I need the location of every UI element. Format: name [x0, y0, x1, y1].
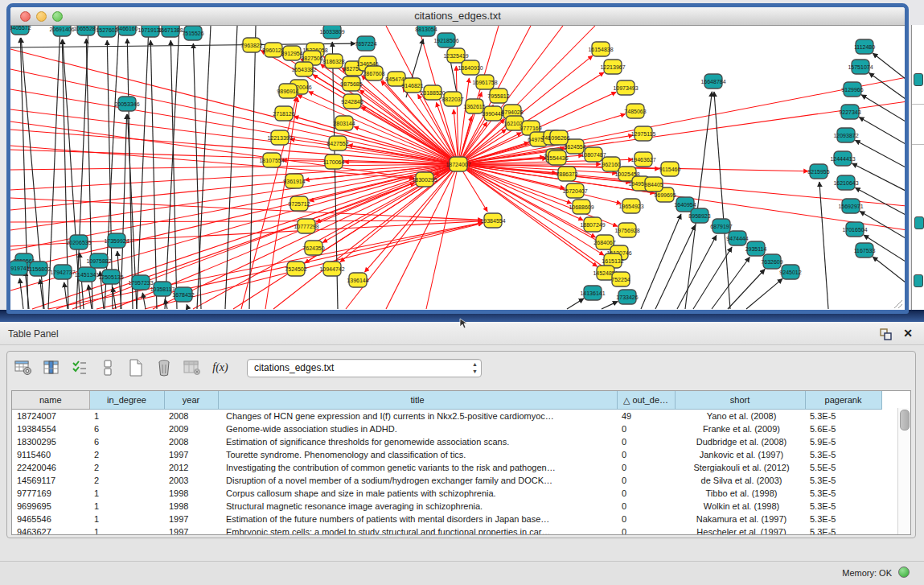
graph-edge[interactable] [728, 270, 765, 309]
graph-edge[interactable] [873, 53, 905, 79]
delete-column-button[interactable] [183, 358, 202, 377]
column-header-1[interactable]: in_degree [89, 391, 164, 410]
graph-edge[interactable] [819, 182, 828, 309]
table-row[interactable]: 1872400712008Changes of HCN gene express… [12, 410, 881, 423]
table-row[interactable]: 2242004622012Investigating the contribut… [12, 461, 881, 474]
table-cell[interactable]: 2 [89, 474, 164, 487]
table-cell[interactable]: Structural magnetic resonance image aver… [218, 500, 617, 513]
table-cell[interactable]: 9777169 [12, 487, 89, 500]
network-canvas[interactable]: 9405572206914061065528715276026466160107… [10, 26, 905, 311]
table-cell[interactable]: 2003 [164, 474, 218, 487]
table-cell[interactable]: 2012 [164, 461, 218, 474]
graph-edge[interactable] [852, 163, 905, 191]
column-header-4[interactable]: △ out_de… [617, 391, 675, 410]
column-header-6[interactable]: pagerank [805, 391, 881, 410]
graph-edge[interactable] [20, 278, 23, 309]
table-cell[interactable]: 18300295 [12, 435, 89, 448]
table-cell[interactable]: Hescheler et al. (1997) [675, 525, 805, 535]
close-panel-icon[interactable]: ✕ [903, 327, 913, 340]
column-header-5[interactable]: short [675, 391, 805, 410]
table-cell[interactable]: 9463627 [12, 525, 89, 535]
node-table-grid[interactable]: namein_degreeyeartitle△ out_de…shortpage… [12, 391, 882, 535]
table-cell[interactable]: 6 [89, 435, 164, 448]
table-row[interactable]: 946362711997Embryonic stem cells: a mode… [12, 525, 881, 535]
table-cell[interactable]: 1997 [164, 525, 218, 535]
graph-edge[interactable] [712, 257, 749, 309]
table-cell[interactable]: Investigating the contribution of common… [218, 461, 617, 474]
table-cell[interactable]: 5.3E-5 [805, 474, 881, 487]
table-select-dropdown[interactable]: citations_edges.txt ▲▼ [247, 359, 482, 377]
table-cell[interactable]: 9465546 [12, 513, 89, 525]
table-cell[interactable]: Wolkin et al. (1998) [675, 500, 805, 513]
table-cell[interactable]: 19384554 [12, 422, 89, 435]
table-cell[interactable]: 5.3E-5 [805, 410, 881, 423]
graph-edge[interactable] [693, 247, 732, 309]
table-cell[interactable]: 2008 [164, 435, 218, 448]
table-row[interactable]: 1456911722003Disruption of a novel membe… [12, 474, 881, 487]
table-cell[interactable]: 0 [617, 422, 675, 435]
float-panel-icon[interactable] [880, 328, 892, 340]
function-builder-button[interactable]: f(x) [211, 358, 230, 377]
table-cell[interactable]: 2 [89, 461, 164, 474]
graph-edge[interactable] [855, 187, 905, 215]
table-cell[interactable]: 0 [617, 500, 675, 513]
table-cell[interactable]: 49 [617, 410, 675, 423]
graph-edge[interactable] [294, 117, 458, 164]
table-cell[interactable]: Tibbo et al. (1998) [675, 487, 805, 500]
table-cell[interactable]: Embryonic stem cells: a model to study s… [218, 525, 617, 535]
table-cell[interactable]: 2009 [164, 422, 218, 435]
graph-edge[interactable] [602, 302, 618, 309]
table-cell[interactable]: Genome-wide association studies in ADHD. [218, 422, 617, 435]
graph-edge[interactable] [137, 26, 149, 309]
table-cell[interactable]: Franke et al. (2009) [675, 422, 805, 435]
table-cell[interactable]: 18724007 [12, 410, 89, 423]
table-cell[interactable]: 1998 [164, 487, 218, 500]
table-cell[interactable]: Yano et al. (2008) [675, 410, 805, 423]
graph-edge[interactable] [76, 26, 88, 309]
table-row[interactable]: 946554611997Estimation of the future num… [12, 513, 881, 525]
graph-edge[interactable] [10, 150, 458, 164]
table-cell[interactable]: Dudbridge et al. (2008) [675, 435, 805, 448]
table-row[interactable]: 1830029562008Estimation of significance … [12, 435, 881, 448]
graph-edge[interactable] [714, 92, 730, 309]
graph-edge[interactable] [641, 214, 681, 309]
table-cell[interactable]: Jankovic et al. (1997) [675, 448, 805, 461]
network-graph[interactable]: 9405572206914061065528715276026466160107… [10, 26, 905, 311]
table-cell[interactable]: 1997 [164, 448, 218, 461]
table-cell[interactable]: 22420046 [12, 461, 89, 474]
window-titlebar[interactable]: citations_edges.txt [10, 7, 905, 26]
table-cell[interactable]: 0 [617, 461, 675, 474]
graph-edge[interactable] [10, 109, 458, 164]
table-row[interactable]: 969969511998Structural magnetic resonanc… [12, 500, 881, 513]
table-row[interactable]: 911546021997Tourette syndrome. Phenomeno… [12, 448, 881, 461]
graph-edge[interactable] [655, 225, 695, 309]
merge-tables-button[interactable] [98, 358, 117, 377]
table-cell[interactable]: 5.3E-5 [805, 500, 881, 513]
table-scrollbar[interactable] [897, 408, 910, 534]
table-row[interactable]: 977716911998Corpus callosum shape and si… [12, 487, 881, 500]
graph-edge[interactable] [458, 164, 598, 266]
graph-edge[interactable] [859, 117, 905, 144]
graph-edge[interactable] [567, 299, 584, 309]
new-table-button[interactable] [126, 358, 146, 377]
table-cell[interactable]: Corpus callosum shape and size in male p… [218, 487, 617, 500]
table-cell[interactable]: 2008 [164, 410, 218, 423]
graph-edge[interactable] [64, 282, 68, 309]
table-cell[interactable]: 0 [617, 525, 675, 535]
table-settings-button[interactable] [14, 358, 33, 377]
table-cell[interactable]: 5.6E-5 [805, 422, 881, 435]
table-cell[interactable]: Changes of HCN gene expression and I(f) … [218, 410, 617, 423]
column-header-2[interactable]: year [164, 391, 218, 410]
table-row[interactable]: 1938455462009Genome-wide association stu… [12, 422, 881, 435]
table-cell[interactable]: Stergiakouli et al. (2012) [675, 461, 805, 474]
graph-edge[interactable] [873, 257, 905, 282]
table-cell[interactable]: 14569117 [12, 474, 89, 487]
table-cell[interactable]: 5.3E-5 [805, 448, 881, 461]
delete-table-button[interactable] [154, 358, 174, 377]
select-columns-button[interactable] [42, 358, 61, 377]
table-scrollbar-thumb[interactable] [900, 410, 910, 431]
table-cell[interactable]: 1997 [164, 513, 218, 525]
column-header-0[interactable]: name [12, 391, 89, 410]
graph-edge[interactable] [10, 164, 458, 170]
select-rows-button[interactable] [70, 358, 89, 377]
